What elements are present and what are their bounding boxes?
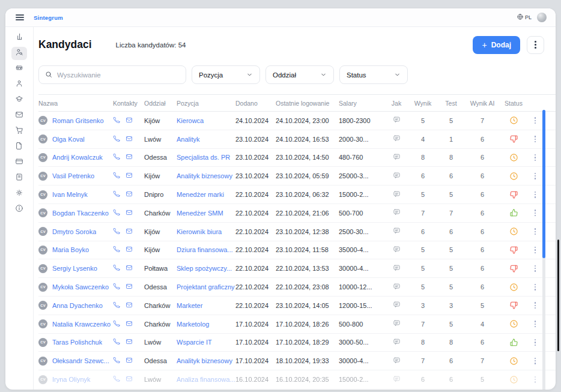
position-link[interactable]: Kierownik biura xyxy=(177,228,222,235)
search-input[interactable] xyxy=(57,71,180,79)
os-scrollbar-thumb[interactable] xyxy=(557,240,559,351)
sidebar-item-mail[interactable] xyxy=(11,109,27,122)
row-kebab-button[interactable] xyxy=(527,376,544,383)
row-kebab-button[interactable] xyxy=(527,210,544,216)
sidebar-item-users[interactable] xyxy=(11,78,27,91)
phone-icon[interactable] xyxy=(113,320,120,328)
comment-bubble-icon[interactable] xyxy=(393,375,401,384)
email-icon[interactable] xyxy=(126,283,133,291)
cv-avatar[interactable]: CV xyxy=(38,319,47,328)
candidate-name-link[interactable]: Olga Koval xyxy=(52,136,85,143)
cv-avatar[interactable]: CV xyxy=(38,153,47,162)
candidate-name-link[interactable]: Vasil Petrenko xyxy=(52,172,94,179)
candidate-name-link[interactable]: Dmytro Soroka xyxy=(52,228,96,235)
position-link[interactable]: Analityk biznesowy xyxy=(177,172,232,179)
status-badge[interactable] xyxy=(500,227,527,236)
email-icon[interactable] xyxy=(126,116,133,125)
comment-bubble-icon[interactable] xyxy=(393,208,401,217)
email-icon[interactable] xyxy=(126,153,133,161)
position-filter-dropdown[interactable]: Pozycja xyxy=(192,65,260,84)
comment-bubble-icon[interactable] xyxy=(393,227,401,236)
comment-bubble-icon[interactable] xyxy=(393,172,401,181)
cv-avatar[interactable]: CV xyxy=(38,301,47,310)
sidebar-item-education[interactable] xyxy=(11,94,27,107)
email-icon[interactable] xyxy=(126,320,133,328)
phone-icon[interactable] xyxy=(113,209,120,217)
row-kebab-button[interactable] xyxy=(527,191,544,198)
row-kebab-button[interactable] xyxy=(527,302,544,309)
row-kebab-button[interactable] xyxy=(527,321,544,327)
cv-avatar[interactable]: CV xyxy=(38,190,47,199)
position-link[interactable]: Menedżer marki xyxy=(177,191,224,198)
row-kebab-button[interactable] xyxy=(527,339,544,346)
phone-icon[interactable] xyxy=(113,375,120,384)
comment-bubble-icon[interactable] xyxy=(393,264,401,273)
phone-icon[interactable] xyxy=(113,116,120,125)
position-link[interactable]: Projektant graficzny xyxy=(177,283,235,291)
status-badge[interactable] xyxy=(500,283,527,292)
row-kebab-button[interactable] xyxy=(527,358,544,364)
position-link[interactable]: Marketolog xyxy=(177,321,209,328)
add-candidate-button[interactable]: + Dodaj xyxy=(473,36,520,54)
candidate-name-link[interactable]: Bogdan Tkaczenko xyxy=(52,210,109,217)
comment-bubble-icon[interactable] xyxy=(393,301,401,310)
phone-icon[interactable] xyxy=(113,283,120,291)
position-link[interactable]: Kierowca xyxy=(177,117,204,124)
candidate-name-link[interactable]: Mykoła Sawczenko xyxy=(52,283,109,291)
table-scrollbar-track[interactable] xyxy=(542,110,545,390)
language-switcher[interactable]: PL xyxy=(517,14,532,21)
candidate-name-link[interactable]: Natalia Krawczenko xyxy=(52,321,111,328)
menu-toggle-icon[interactable] xyxy=(16,14,24,20)
position-link[interactable]: Menedżer SMM xyxy=(177,210,223,217)
phone-icon[interactable] xyxy=(113,153,120,161)
phone-icon[interactable] xyxy=(113,357,120,365)
comment-bubble-icon[interactable] xyxy=(393,357,401,366)
sidebar-item-dashboard[interactable] xyxy=(11,31,27,44)
cv-avatar[interactable]: CV xyxy=(38,116,47,125)
email-icon[interactable] xyxy=(126,301,133,310)
row-kebab-button[interactable] xyxy=(527,284,544,291)
status-badge[interactable] xyxy=(500,172,527,181)
candidate-name-link[interactable]: Ivan Melnyk xyxy=(52,191,88,198)
status-badge[interactable] xyxy=(500,153,527,162)
candidate-name-link[interactable]: Taras Polishchuk xyxy=(52,339,102,346)
position-link[interactable]: Dziura finansowa... xyxy=(177,246,233,253)
table-scrollbar-thumb[interactable] xyxy=(542,110,545,258)
phone-icon[interactable] xyxy=(113,338,120,346)
phone-icon[interactable] xyxy=(113,264,120,273)
candidate-name-link[interactable]: Ołeksandr Szewc... xyxy=(52,357,109,364)
candidate-name-link[interactable]: Sergiy Lysenko xyxy=(52,265,97,272)
status-badge[interactable] xyxy=(500,375,527,384)
row-kebab-button[interactable] xyxy=(527,265,544,272)
sidebar-item-help[interactable] xyxy=(11,203,27,216)
user-avatar[interactable] xyxy=(537,13,547,22)
status-badge[interactable] xyxy=(500,319,527,328)
position-link[interactable]: Analityk xyxy=(177,136,200,143)
position-link[interactable]: Analityk biznesowy xyxy=(177,357,232,364)
candidate-name-link[interactable]: Anna Dyachenko xyxy=(52,302,103,309)
email-icon[interactable] xyxy=(126,264,133,273)
status-badge[interactable] xyxy=(500,134,527,143)
comment-bubble-icon[interactable] xyxy=(393,338,401,347)
sidebar-item-documents[interactable] xyxy=(11,140,27,154)
cv-avatar[interactable]: CV xyxy=(38,227,47,236)
position-link[interactable]: Wsparcie IT xyxy=(177,339,212,346)
comment-bubble-icon[interactable] xyxy=(393,153,401,162)
cv-avatar[interactable]: CV xyxy=(38,208,47,217)
comment-bubble-icon[interactable] xyxy=(393,116,401,125)
header-kebab-button[interactable] xyxy=(527,36,544,54)
position-link[interactable]: Sklep spożywczy... xyxy=(177,265,232,272)
email-icon[interactable] xyxy=(126,246,133,254)
status-badge[interactable] xyxy=(500,116,527,125)
email-icon[interactable] xyxy=(126,338,133,346)
candidate-name-link[interactable]: Andrij Kowalczuk xyxy=(52,154,103,161)
status-filter-dropdown[interactable]: Status xyxy=(339,65,408,84)
comment-bubble-icon[interactable] xyxy=(393,246,401,255)
status-badge[interactable] xyxy=(500,357,527,366)
status-badge[interactable] xyxy=(500,246,527,255)
row-kebab-button[interactable] xyxy=(527,228,544,235)
status-badge[interactable] xyxy=(500,190,527,199)
sidebar-item-shop[interactable] xyxy=(11,125,27,138)
position-link[interactable]: Specjalista ds. PR xyxy=(177,154,230,161)
cv-avatar[interactable]: CV xyxy=(38,264,47,273)
